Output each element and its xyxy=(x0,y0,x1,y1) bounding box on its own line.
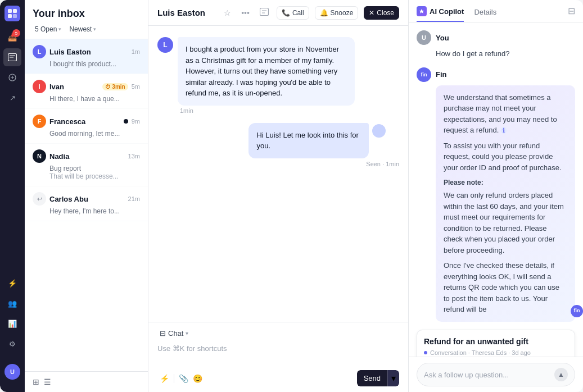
svg-rect-1 xyxy=(13,9,17,13)
message-time: 1min xyxy=(178,107,399,114)
agent-avatar xyxy=(372,124,386,138)
message-bubble: I bought a product from your store in No… xyxy=(178,37,355,106)
inbox-title: Your inbox xyxy=(33,8,140,20)
nav-icon-arrow[interactable]: ↗ xyxy=(3,89,21,107)
list-item[interactable]: F Francesca 9m Good morning, let me... xyxy=(25,109,148,144)
ai-suggestion-card: Refund for an unwanted gift Conversation… xyxy=(417,330,575,357)
svg-rect-0 xyxy=(8,9,12,13)
chevron-down-icon: ▾ xyxy=(93,26,96,32)
list-item[interactable]: L Luis Easton 1m I bought this product..… xyxy=(25,39,148,74)
lightning-icon[interactable]: ⚡ xyxy=(157,372,171,385)
ai-fin-bubble: We understand that sometimes a purchase … xyxy=(436,85,575,322)
nav-icon-compose[interactable] xyxy=(3,69,21,86)
close-icon: ✕ xyxy=(369,9,374,17)
layout-icon[interactable]: ⊞ xyxy=(33,377,39,386)
svg-rect-2 xyxy=(8,14,12,18)
contact-name: Luis Easton xyxy=(49,48,128,56)
star-icon[interactable]: ☆ xyxy=(222,6,233,20)
message-row: Hi Luis! Let me look into this for you. … xyxy=(157,123,399,167)
composer-input[interactable] xyxy=(157,342,399,363)
chat-icon: ⊟ xyxy=(160,329,166,338)
conversation-dot xyxy=(424,351,427,354)
ai-sender: Fin xyxy=(436,70,447,79)
svg-rect-3 xyxy=(13,14,17,18)
composer-toolbar: ⊟ Chat ▾ xyxy=(157,328,399,339)
phone-icon: 📞 xyxy=(282,9,290,17)
emoji-icon[interactable]: 😊 xyxy=(191,372,205,385)
chat-contact-name: Luis Easton xyxy=(157,8,216,17)
chat-messages: L I bought a product from your store in … xyxy=(148,26,408,322)
close-button[interactable]: ✕ Close xyxy=(364,6,399,20)
nav-icon-contacts[interactable]: 👥 xyxy=(3,294,21,312)
fin-badge: fin xyxy=(571,305,583,317)
tab-ai-copilot[interactable]: AI Copilot xyxy=(417,6,464,22)
avatar: ↩ xyxy=(33,192,46,206)
ai-send-button[interactable]: ▲ xyxy=(554,368,568,381)
send-dropdown[interactable]: ▾ xyxy=(387,370,399,386)
ai-message: U You How do I get a refund? xyxy=(417,30,575,60)
chat-panel: Luis Easton ☆ ••• 📞 Call 🔔 Snooze ✕ Clos… xyxy=(148,0,409,392)
chat-composer: ⊟ Chat ▾ ⚡ 📎 😊 Send ▾ xyxy=(148,322,408,392)
app-logo xyxy=(4,6,20,21)
ai-msg-header: U You xyxy=(417,30,575,45)
transfer-icon[interactable] xyxy=(257,6,271,20)
inbox-panel: Your inbox 5 Open ▾ Newest ▾ L Luis East… xyxy=(25,0,148,392)
avatar: U xyxy=(417,30,431,45)
item-time: 5m xyxy=(132,83,140,90)
list-icon[interactable]: ☰ xyxy=(44,377,51,386)
avatar: F xyxy=(33,115,46,128)
snooze-icon: 🔔 xyxy=(320,9,328,17)
inbox-footer: ⊞ ☰ xyxy=(25,371,148,392)
nav-icon-lightning[interactable]: ⚡ xyxy=(3,274,21,292)
inbox-list: L Luis Easton 1m I bought this product..… xyxy=(25,39,148,371)
list-item[interactable]: ↩ Carlos Abu 21m Hey there, I'm here to.… xyxy=(25,186,148,221)
nav-icon-settings[interactable]: ⚙ xyxy=(3,335,21,353)
chevron-down-icon: ▾ xyxy=(58,26,61,32)
message-preview: Bug report xyxy=(33,165,140,172)
unread-dot xyxy=(124,119,128,124)
tab-details[interactable]: Details xyxy=(474,8,496,21)
chat-tab[interactable]: ⊟ Chat ▾ xyxy=(157,328,191,339)
message-preview: I bought this product... xyxy=(33,60,140,68)
inbox-filters: 5 Open ▾ Newest ▾ xyxy=(33,24,140,34)
item-time: 13m xyxy=(128,153,140,159)
list-item[interactable]: N Nadia 13m Bug report That will be proc… xyxy=(25,144,148,186)
message-row: L I bought a product from your store in … xyxy=(157,37,399,114)
chat-header: Luis Easton ☆ ••• 📞 Call 🔔 Snooze ✕ Clos… xyxy=(148,0,408,26)
ai-message: fin Fin We understand that sometimes a p… xyxy=(417,67,575,322)
message-preview: Hey there, I'm here to... xyxy=(33,207,140,215)
snooze-button[interactable]: 🔔 Snooze xyxy=(315,6,359,20)
filter-sort-button[interactable]: Newest ▾ xyxy=(67,24,98,34)
layout-icon[interactable]: ⊟ xyxy=(568,6,575,16)
item-time: 21m xyxy=(128,195,140,202)
message-meta: Seen · 1min xyxy=(366,161,399,167)
svg-rect-10 xyxy=(260,8,268,16)
left-nav: 📥 5 ↗ ⚡ 👥 📊 ⚙ U xyxy=(0,0,25,392)
item-time: 1m xyxy=(132,48,140,55)
item-time: 9m xyxy=(132,118,140,125)
list-item[interactable]: I Ivan ⏱ 3min 5m Hi there, I have a que.… xyxy=(25,74,148,109)
nav-icon-messages[interactable] xyxy=(3,48,21,66)
call-button[interactable]: 📞 Call xyxy=(277,6,309,20)
ai-logo-icon xyxy=(417,6,427,16)
nav-icon-inbox[interactable]: 📥 5 xyxy=(3,28,21,46)
ai-content: U You How do I get a refund? fin Fin We … xyxy=(409,22,583,357)
nav-icon-charts[interactable]: 📊 xyxy=(3,314,21,332)
avatar: L xyxy=(157,37,173,53)
user-avatar[interactable]: U xyxy=(4,364,20,380)
ai-msg-header: fin Fin xyxy=(417,67,575,82)
ai-followup-input[interactable] xyxy=(424,371,550,379)
ai-sender: You xyxy=(436,34,449,42)
message-bubble: Hi Luis! Let me look into this for you. xyxy=(248,123,369,158)
contact-name: Francesca xyxy=(49,117,120,126)
send-button[interactable]: Send xyxy=(357,370,387,386)
card-meta: Conversation · Theresa Eds · 3d ago xyxy=(424,349,568,356)
filter-open-button[interactable]: 5 Open ▾ xyxy=(33,24,64,34)
composer-actions: ⚡ 📎 😊 Send ▾ xyxy=(157,370,399,386)
inbox-header: Your inbox 5 Open ▾ Newest ▾ xyxy=(25,0,148,39)
contact-name: Carlos Abu xyxy=(49,195,125,203)
more-icon[interactable]: ••• xyxy=(239,6,252,20)
attachment-icon[interactable]: 📎 xyxy=(177,372,191,385)
avatar: L xyxy=(33,45,46,58)
ai-panel-header: AI Copilot Details ⊟ xyxy=(409,0,583,22)
